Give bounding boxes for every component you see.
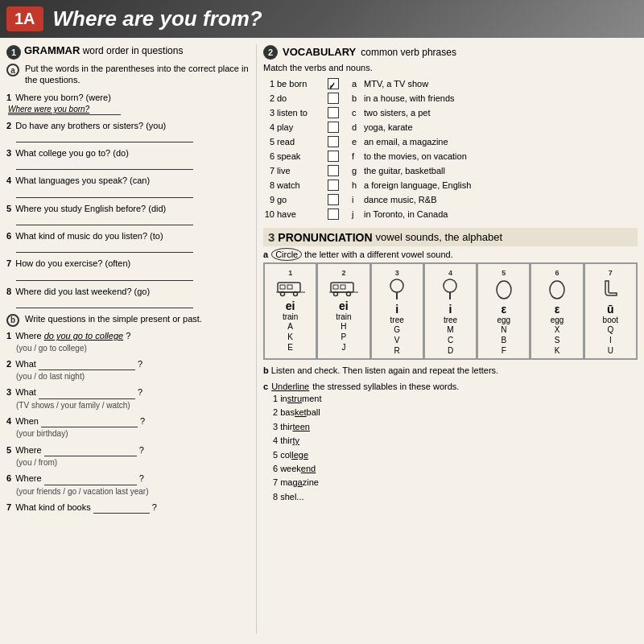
grammar-part-a: a Put the words in the parentheses into …	[6, 63, 250, 308]
vocab-row-7: 7 live	[263, 163, 339, 178]
pronunciation-part-a-label: a	[263, 250, 268, 259]
vocab-checkbox-7[interactable]	[328, 165, 339, 176]
grammar-b-item-4: 4 When ? (your birthday)	[6, 415, 250, 440]
page-title: Where are you from?	[53, 6, 262, 31]
vocab-noun-a: a MTV, a TV show	[352, 76, 471, 91]
vocab-noun-b: b in a house, with friends	[352, 91, 471, 105]
grammar-a-item-2: 2 Do have any brothers or sisters? (you)	[6, 120, 250, 142]
grammar-title: GRAMMAR	[24, 44, 80, 56]
vocab-noun-j: j in Toronto, in Canada	[352, 207, 471, 221]
grammar-a-blank-4	[16, 188, 193, 198]
grammar-a-answer-1: Where were you born?	[8, 104, 121, 115]
vocab-row-10: 10 have	[263, 207, 339, 221]
page: 1A Where are you from? 1 GRAMMAR word or…	[0, 0, 644, 644]
grammar-a-item-8: 8 Where did you last weekend? (go)	[6, 286, 250, 308]
vocab-row-3: 3 listen to	[263, 105, 339, 120]
svg-point-12	[390, 279, 403, 292]
vocab-row-4: 4 play	[263, 120, 339, 134]
vocab-row-1: 1 be born ✓	[263, 76, 339, 91]
grammar-a-item-3: 3 What college you go to? (do)	[6, 147, 250, 170]
svg-point-14	[444, 279, 456, 292]
lesson-badge: 1A	[6, 6, 43, 31]
pronunciation-title: PRONUNCIATION	[278, 231, 372, 244]
vocab-checkbox-10[interactable]	[328, 208, 339, 220]
pronunciation-part-b-instruction: Listen and check. Then listen again and …	[271, 365, 498, 375]
svg-point-16	[497, 281, 511, 299]
vocab-checkbox-4[interactable]	[328, 122, 339, 133]
part-a-label: a	[6, 64, 19, 76]
syllable-item-7: 7 magazine	[273, 477, 638, 489]
grammar-header: 1 GRAMMAR word order in questions	[6, 44, 250, 60]
grammar-a-blank-5	[16, 216, 193, 225]
grammar-section-number: 1	[6, 45, 21, 60]
syllable-item-6: 6 weekend	[273, 463, 638, 475]
vocab-section: 2 VOCABULARY common verb phrases Match t…	[263, 44, 638, 221]
vocab-checkbox-3[interactable]	[328, 107, 339, 118]
vocab-noun-h: h a foreign language, English	[352, 178, 471, 192]
svg-rect-8	[341, 285, 345, 289]
pronunciation-subtitle: vowel sounds, the alphabet	[376, 231, 503, 243]
sound-cell-7: 7 ū boot QIU	[584, 263, 637, 359]
grammar-part-a-list: 1 Where you born? (were) Where were you …	[6, 92, 250, 308]
grammar-a-blank-7	[16, 271, 193, 281]
syllable-item-1: 1 instrument	[273, 393, 638, 405]
right-column: 2 VOCABULARY common verb phrases Match t…	[256, 44, 638, 634]
sound-cell-5: 5 ε egg NBF	[477, 263, 530, 359]
svg-rect-7	[333, 285, 338, 289]
egg-icon-2	[546, 278, 568, 300]
grammar-a-item-1: 1 Where you born? (were) Where were you …	[6, 92, 250, 115]
vocab-noun-e: e an email, a magazine	[352, 134, 471, 149]
grammar-part-b: b Write questions in the simple present …	[6, 313, 250, 514]
tree-icon	[386, 278, 408, 300]
grammar-b-item-6: 6 Where ? (your friends / go / vacation …	[6, 473, 250, 497]
grammar-a-blank-3	[16, 160, 193, 170]
vocab-noun-d: d yoga, karate	[352, 120, 471, 134]
train-icon-2	[329, 278, 358, 297]
grammar-part-a-header: a Put the words in the parentheses into …	[6, 63, 250, 89]
pronunciation-part-a-header: a Circle the letter with a different vow…	[263, 250, 638, 259]
vocab-checkbox-6[interactable]	[328, 151, 339, 162]
grammar-a-item-6: 6 What kind of music do you listen? (to)	[6, 230, 250, 253]
vocab-verbs-col: 1 be born ✓ 2 do 3 listen to	[263, 76, 339, 221]
circle-word: Circle	[271, 248, 302, 261]
svg-rect-1	[280, 285, 285, 289]
vocab-noun-c: c two sisters, a pet	[352, 105, 471, 120]
syllable-list: 1 instrument 2 basketball 3 thirteen 4 t…	[263, 393, 638, 503]
vocab-row-9: 9 go	[263, 192, 339, 207]
svg-rect-2	[287, 285, 292, 289]
syllable-item-8: 8 shel...	[273, 491, 638, 503]
vocab-noun-g: g the guitar, basketball	[352, 163, 471, 178]
grammar-title-block: GRAMMAR word order in questions	[24, 44, 183, 56]
grammar-part-b-list: 1 Where do you go to college ? (you / go…	[6, 330, 250, 514]
grammar-a-blank-2	[16, 133, 193, 142]
vocab-header: 2 VOCABULARY common verb phrases	[263, 44, 638, 60]
grammar-part-b-header: b Write questions in the simple present …	[6, 313, 250, 328]
grammar-part-a-instruction: Put the words in the parentheses into th…	[25, 63, 250, 86]
pronunciation-part-c: c Underline the stressed syllables in th…	[263, 381, 638, 504]
vocab-checkbox-2[interactable]	[328, 93, 339, 104]
svg-rect-0	[278, 283, 300, 292]
vocab-nouns-col: a MTV, a TV show b in a house, with frie…	[352, 76, 471, 221]
grammar-a-blank-8	[16, 299, 193, 308]
vocab-checkbox-9[interactable]	[328, 194, 339, 205]
pronunciation-part-a-instruction: Circle the letter with a different vowel…	[271, 250, 453, 259]
sound-cell-2: 2 ei train HPJ	[317, 263, 369, 359]
grammar-a-item-4: 4 What languages you speak? (can)	[6, 175, 250, 197]
sound-grid: 1 ei train	[263, 262, 638, 360]
syllable-item-3: 3 thirteen	[273, 421, 638, 433]
left-column: 1 GRAMMAR word order in questions a Put …	[6, 44, 256, 634]
vocab-checkbox-1[interactable]: ✓	[328, 78, 339, 89]
vocab-row-5: 5 read	[263, 134, 339, 149]
vocab-row-2: 2 do	[263, 91, 339, 105]
tree-icon-2	[439, 278, 461, 300]
vocab-checkbox-5[interactable]	[328, 136, 339, 147]
sound-cell-6: 6 ε egg XSK	[530, 263, 583, 359]
vocab-section-number: 2	[263, 45, 278, 60]
sound-cell-3: 3 i tree GVR	[371, 263, 423, 359]
sound-cell-1: 1 ei train	[264, 263, 316, 359]
grammar-b-item-1: 1 Where do you go to college ? (you / go…	[6, 330, 250, 353]
grammar-b-item-3: 3 What ? (TV shows / your family / watch…	[6, 386, 250, 411]
vocab-match-table: 1 be born ✓ 2 do 3 listen to	[263, 76, 638, 221]
vocab-row-6: 6 speak	[263, 149, 339, 163]
vocab-checkbox-8[interactable]	[328, 180, 339, 191]
